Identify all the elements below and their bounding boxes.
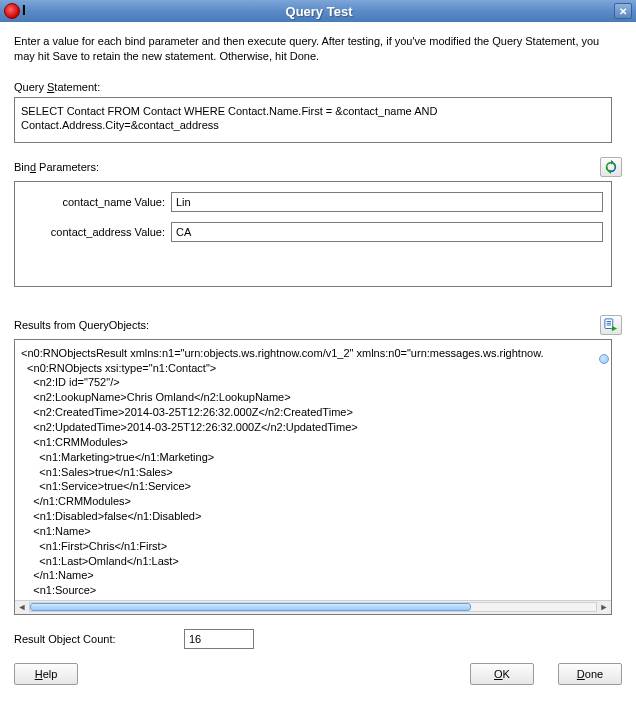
results-line: </n1:Name>	[21, 568, 605, 583]
results-line: </n1:CRMModules>	[21, 494, 605, 509]
dialog-description: Enter a value for each bind parameter an…	[14, 34, 622, 65]
ok-button[interactable]: OK	[470, 663, 534, 685]
close-button[interactable]: ✕	[614, 3, 632, 19]
results-line: <n2:UpdatedTime>2014-03-25T12:26:32.000Z…	[21, 420, 605, 435]
results-line: <n1:Last>Omland</n1:Last>	[21, 554, 605, 569]
results-line: <n2:ID id="752"/>	[21, 375, 605, 390]
app-icon	[4, 3, 20, 19]
results-output[interactable]: <n0:RNObjectsResult xmlns:n1="urn:object…	[14, 339, 612, 615]
contact-address-input[interactable]	[171, 222, 603, 242]
results-text: <n0:RNObjectsResult xmlns:n1="urn:object…	[15, 340, 611, 615]
results-line: <n1:CRMModules>	[21, 435, 605, 450]
title-bar: I Query Test ✕	[0, 0, 636, 22]
bind-param-label: contact_address Value:	[23, 226, 171, 238]
result-count-input[interactable]	[184, 629, 254, 649]
scroll-track[interactable]	[29, 602, 597, 612]
results-line: <n1:Marketing>true</n1:Marketing>	[21, 450, 605, 465]
help-button[interactable]: Help	[14, 663, 78, 685]
scroll-thumb[interactable]	[30, 603, 471, 611]
results-line: <n1:Name>	[21, 524, 605, 539]
results-line: <n1:Source>	[21, 583, 605, 598]
svg-marker-4	[612, 326, 617, 331]
text-cursor-icon: I	[22, 2, 26, 18]
results-line: <n1:Service>true</n1:Service>	[21, 479, 605, 494]
bind-parameters-label: Bind Parameters:	[14, 161, 99, 173]
close-icon: ✕	[619, 6, 627, 17]
results-line: <n2:CreatedTime>2014-03-25T12:26:32.000Z…	[21, 405, 605, 420]
execute-icon	[604, 318, 618, 332]
window-title: Query Test	[24, 4, 614, 19]
results-line: <n0:RNObjectsResult xmlns:n1="urn:object…	[21, 346, 605, 361]
execute-query-button[interactable]	[600, 315, 622, 335]
results-line: <n1:Disabled>false</n1:Disabled>	[21, 509, 605, 524]
results-line: <n0:RNObjects xsi:type="n1:Contact">	[21, 361, 605, 376]
bind-parameters-panel: contact_name Value: contact_address Valu…	[14, 181, 612, 287]
query-statement-label: Query Statement:	[14, 81, 100, 93]
result-count-label: Result Object Count:	[14, 633, 184, 645]
scroll-left-arrow-icon[interactable]: ◄	[15, 601, 29, 613]
refresh-bind-button[interactable]	[600, 157, 622, 177]
results-line: <n2:LookupName>Chris Omland</n2:LookupNa…	[21, 390, 605, 405]
bind-param-label: contact_name Value:	[23, 196, 171, 208]
scroll-right-arrow-icon[interactable]: ►	[597, 601, 611, 613]
bind-row: contact_name Value:	[23, 192, 603, 212]
done-button[interactable]: Done	[558, 663, 622, 685]
results-line: <n1:First>Chris</n1:First>	[21, 539, 605, 554]
bind-row: contact_address Value:	[23, 222, 603, 242]
results-label: Results from QueryObjects:	[14, 319, 149, 331]
vertical-scroll-knob[interactable]	[599, 354, 609, 364]
results-line: <n1:Sales>true</n1:Sales>	[21, 465, 605, 480]
contact-name-input[interactable]	[171, 192, 603, 212]
query-statement-input[interactable]: SELECT Contact FROM Contact WHERE Contac…	[14, 97, 612, 143]
horizontal-scrollbar[interactable]: ◄ ►	[15, 600, 611, 614]
refresh-icon	[604, 160, 618, 174]
